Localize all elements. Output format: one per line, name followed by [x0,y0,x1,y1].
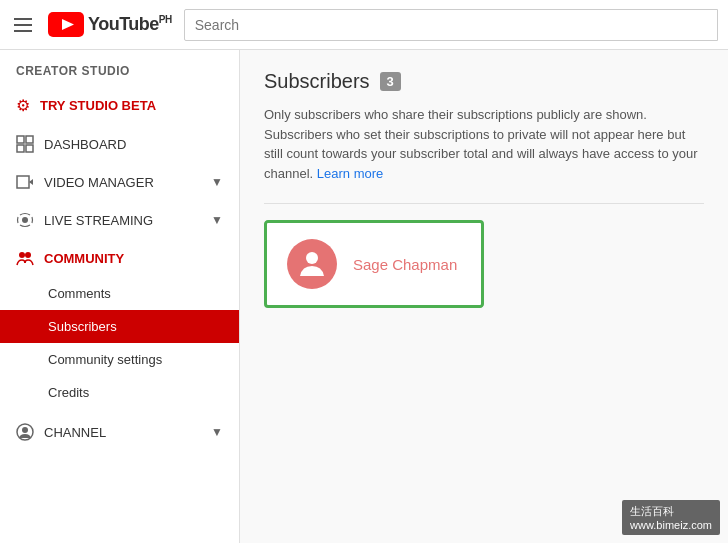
sidebar-item-try-studio-beta[interactable]: ⚙ TRY STUDIO BETA [0,86,239,125]
sidebar-item-live-streaming[interactable]: LIVE STREAMING ▼ [0,201,239,239]
chevron-down-icon: ▼ [211,425,223,439]
sidebar-item-label: TRY STUDIO BETA [40,98,223,113]
sidebar-item-label: VIDEO MANAGER [44,175,201,190]
sidebar-item-label: CHANNEL [44,425,201,440]
sidebar-item-label: DASHBOARD [44,137,223,152]
sidebar-subitem-subscribers[interactable]: Subscribers [0,310,239,343]
svg-point-8 [22,217,28,223]
main-content: Subscribers 3 Only subscribers who share… [240,50,728,543]
svg-point-9 [19,252,25,258]
sidebar-subitem-label: Credits [48,385,89,400]
sidebar-subitem-label: Comments [48,286,111,301]
chevron-down-icon: ▼ [211,175,223,189]
logo-text: YouTubePH [88,14,172,35]
watermark: 生活百科 www.bimeiz.com [622,500,720,535]
dashboard-icon [16,135,34,153]
svg-point-10 [25,252,31,258]
sidebar-item-channel[interactable]: CHANNEL ▼ [0,413,239,451]
subscriber-badge: 3 [380,72,401,91]
svg-rect-6 [17,176,29,188]
sidebar-subitem-community-settings[interactable]: Community settings [0,343,239,376]
sidebar-subitem-credits[interactable]: Credits [0,376,239,409]
gear-icon: ⚙ [16,96,30,115]
page-title-row: Subscribers 3 [264,70,704,93]
sidebar-subitem-label: Community settings [48,352,162,367]
svg-rect-3 [26,136,33,143]
chevron-down-icon: ▼ [211,213,223,227]
top-nav: YouTubePH [0,0,728,50]
svg-rect-2 [17,136,24,143]
logo[interactable]: YouTubePH [48,12,172,37]
svg-point-13 [306,252,318,264]
learn-more-link[interactable]: Learn more [317,166,383,181]
sidebar-subitem-comments[interactable]: Comments [0,277,239,310]
subscriber-name: Sage Chapman [353,256,457,273]
sidebar-header: CREATOR STUDIO [0,50,239,86]
svg-rect-4 [17,145,24,152]
sidebar-item-community[interactable]: COMMUNITY [0,239,239,277]
live-icon [16,211,34,229]
divider [264,203,704,204]
layout: CREATOR STUDIO ⚙ TRY STUDIO BETA DASHBOA… [0,50,728,543]
hamburger-menu[interactable] [10,14,36,36]
avatar [287,239,337,289]
sidebar-subitem-label: Subscribers [48,319,117,334]
svg-rect-5 [26,145,33,152]
svg-point-12 [22,427,28,433]
subscriber-card[interactable]: Sage Chapman [264,220,484,308]
youtube-logo-icon [48,12,84,37]
search-input[interactable] [184,9,718,41]
sidebar-item-video-manager[interactable]: VIDEO MANAGER ▼ [0,163,239,201]
person-icon [296,248,328,280]
community-icon [16,249,34,267]
sidebar: CREATOR STUDIO ⚙ TRY STUDIO BETA DASHBOA… [0,50,240,543]
sidebar-item-label: LIVE STREAMING [44,213,201,228]
video-icon [16,173,34,191]
description-text: Only subscribers who share their subscri… [264,105,704,183]
sidebar-item-dashboard[interactable]: DASHBOARD [0,125,239,163]
account-circle-icon [16,423,34,441]
sidebar-section-label: COMMUNITY [44,251,124,266]
page-title: Subscribers [264,70,370,93]
search-bar[interactable] [184,9,718,41]
